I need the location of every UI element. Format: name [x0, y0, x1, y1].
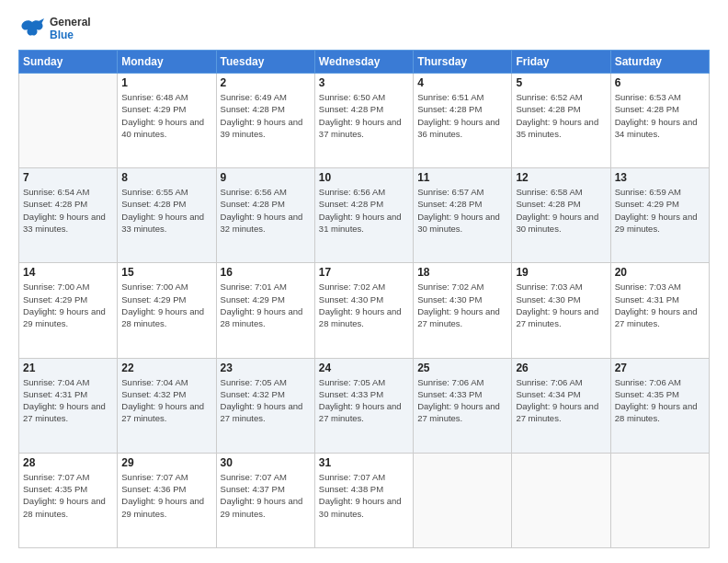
weekday-header: Friday — [512, 51, 610, 74]
calendar-day-cell: 21Sunrise: 7:04 AMSunset: 4:31 PMDayligh… — [19, 358, 118, 453]
calendar-day-cell: 15Sunrise: 7:00 AMSunset: 4:29 PMDayligh… — [118, 263, 216, 358]
calendar-day-cell: 29Sunrise: 7:07 AMSunset: 4:36 PMDayligh… — [118, 453, 216, 547]
day-info: Sunrise: 6:55 AMSunset: 4:28 PMDaylight:… — [121, 186, 211, 235]
day-number: 29 — [121, 456, 211, 469]
day-number: 12 — [516, 171, 606, 184]
calendar-day-cell: 20Sunrise: 7:03 AMSunset: 4:31 PMDayligh… — [610, 263, 709, 358]
day-number: 26 — [516, 362, 606, 374]
day-number: 6 — [615, 76, 705, 89]
day-info: Sunrise: 7:06 AMSunset: 4:34 PMDaylight:… — [516, 376, 606, 425]
day-info: Sunrise: 7:06 AMSunset: 4:33 PMDaylight:… — [417, 376, 507, 425]
calendar-table: SundayMondayTuesdayWednesdayThursdayFrid… — [18, 50, 710, 548]
calendar-day-cell: 25Sunrise: 7:06 AMSunset: 4:33 PMDayligh… — [414, 358, 512, 453]
calendar-day-cell: 19Sunrise: 7:03 AMSunset: 4:30 PMDayligh… — [512, 263, 610, 358]
day-info: Sunrise: 7:04 AMSunset: 4:31 PMDaylight:… — [23, 376, 113, 425]
calendar-day-cell: 2Sunrise: 6:49 AMSunset: 4:28 PMDaylight… — [216, 74, 314, 168]
day-number: 24 — [319, 362, 409, 374]
calendar-day-cell: 12Sunrise: 6:58 AMSunset: 4:28 PMDayligh… — [512, 168, 610, 263]
calendar-day-cell: 7Sunrise: 6:54 AMSunset: 4:28 PMDaylight… — [19, 168, 118, 263]
calendar-day-cell — [512, 453, 610, 547]
day-info: Sunrise: 6:56 AMSunset: 4:28 PMDaylight:… — [319, 186, 409, 235]
day-info: Sunrise: 6:51 AMSunset: 4:28 PMDaylight:… — [417, 91, 507, 140]
day-number: 7 — [23, 171, 113, 184]
weekday-header: Monday — [118, 51, 216, 74]
calendar-day-cell: 5Sunrise: 6:52 AMSunset: 4:28 PMDaylight… — [512, 74, 610, 168]
day-info: Sunrise: 7:05 AMSunset: 4:32 PMDaylight:… — [221, 376, 311, 425]
day-info: Sunrise: 7:01 AMSunset: 4:29 PMDaylight:… — [221, 281, 311, 329]
header: General Blue — [18, 15, 710, 42]
weekday-header: Thursday — [414, 51, 512, 74]
calendar-day-cell: 24Sunrise: 7:05 AMSunset: 4:33 PMDayligh… — [314, 358, 413, 453]
calendar-day-cell: 23Sunrise: 7:05 AMSunset: 4:32 PMDayligh… — [216, 358, 314, 453]
calendar-day-cell: 9Sunrise: 6:56 AMSunset: 4:28 PMDaylight… — [216, 168, 314, 263]
calendar-day-cell: 26Sunrise: 7:06 AMSunset: 4:34 PMDayligh… — [512, 358, 610, 453]
calendar-day-cell — [414, 453, 512, 547]
day-number: 28 — [23, 456, 113, 469]
calendar-day-cell: 8Sunrise: 6:55 AMSunset: 4:28 PMDaylight… — [118, 168, 216, 263]
calendar-day-cell: 1Sunrise: 6:48 AMSunset: 4:29 PMDaylight… — [118, 74, 216, 168]
day-number: 5 — [516, 76, 606, 89]
day-info: Sunrise: 7:00 AMSunset: 4:29 PMDaylight:… — [23, 281, 113, 329]
day-number: 30 — [221, 456, 311, 469]
logo-text: General Blue — [50, 16, 91, 42]
calendar-day-cell: 11Sunrise: 6:57 AMSunset: 4:28 PMDayligh… — [414, 168, 512, 263]
day-number: 1 — [121, 76, 211, 89]
calendar-day-cell: 28Sunrise: 7:07 AMSunset: 4:35 PMDayligh… — [19, 453, 118, 547]
day-number: 20 — [615, 266, 705, 279]
day-info: Sunrise: 6:54 AMSunset: 4:28 PMDaylight:… — [23, 186, 113, 235]
day-info: Sunrise: 6:52 AMSunset: 4:28 PMDaylight:… — [516, 91, 606, 140]
day-number: 31 — [319, 456, 409, 469]
day-number: 27 — [615, 362, 705, 374]
day-number: 18 — [417, 266, 507, 279]
calendar-header-row: SundayMondayTuesdayWednesdayThursdayFrid… — [19, 51, 710, 74]
calendar-week-row: 14Sunrise: 7:00 AMSunset: 4:29 PMDayligh… — [19, 263, 710, 358]
page: General Blue SundayMondayTuesdayWednesda… — [0, 0, 728, 563]
day-info: Sunrise: 7:06 AMSunset: 4:35 PMDaylight:… — [615, 376, 705, 425]
day-number: 19 — [516, 266, 606, 279]
day-info: Sunrise: 6:53 AMSunset: 4:28 PMDaylight:… — [615, 91, 705, 140]
day-number: 9 — [221, 171, 311, 184]
day-info: Sunrise: 7:02 AMSunset: 4:30 PMDaylight:… — [417, 281, 507, 329]
day-number: 23 — [221, 362, 311, 374]
day-info: Sunrise: 7:07 AMSunset: 4:38 PMDaylight:… — [319, 471, 409, 520]
calendar-day-cell: 6Sunrise: 6:53 AMSunset: 4:28 PMDaylight… — [610, 74, 709, 168]
day-info: Sunrise: 7:07 AMSunset: 4:37 PMDaylight:… — [221, 471, 311, 520]
weekday-header: Tuesday — [216, 51, 314, 74]
calendar-day-cell: 3Sunrise: 6:50 AMSunset: 4:28 PMDaylight… — [314, 74, 413, 168]
day-number: 14 — [23, 266, 113, 279]
weekday-header: Wednesday — [314, 51, 413, 74]
day-number: 10 — [319, 171, 409, 184]
day-number: 22 — [121, 362, 211, 374]
logo-container: General Blue — [18, 15, 91, 42]
day-number: 11 — [417, 171, 507, 184]
calendar-day-cell: 16Sunrise: 7:01 AMSunset: 4:29 PMDayligh… — [216, 263, 314, 358]
day-info: Sunrise: 6:59 AMSunset: 4:29 PMDaylight:… — [615, 186, 705, 235]
day-number: 13 — [615, 171, 705, 184]
day-info: Sunrise: 6:48 AMSunset: 4:29 PMDaylight:… — [121, 91, 211, 140]
day-info: Sunrise: 6:49 AMSunset: 4:28 PMDaylight:… — [221, 91, 311, 140]
logo: General Blue — [18, 15, 91, 42]
day-info: Sunrise: 7:07 AMSunset: 4:35 PMDaylight:… — [23, 471, 113, 520]
calendar-week-row: 28Sunrise: 7:07 AMSunset: 4:35 PMDayligh… — [19, 453, 710, 547]
calendar-day-cell — [610, 453, 709, 547]
logo-bird-icon — [18, 15, 46, 42]
day-info: Sunrise: 7:02 AMSunset: 4:30 PMDaylight:… — [319, 281, 409, 329]
day-info: Sunrise: 6:56 AMSunset: 4:28 PMDaylight:… — [221, 186, 311, 235]
day-number: 8 — [121, 171, 211, 184]
day-number: 16 — [221, 266, 311, 279]
day-info: Sunrise: 7:03 AMSunset: 4:31 PMDaylight:… — [615, 281, 705, 329]
calendar-day-cell: 27Sunrise: 7:06 AMSunset: 4:35 PMDayligh… — [610, 358, 709, 453]
calendar-week-row: 21Sunrise: 7:04 AMSunset: 4:31 PMDayligh… — [19, 358, 710, 453]
weekday-header: Sunday — [19, 51, 118, 74]
calendar-day-cell: 10Sunrise: 6:56 AMSunset: 4:28 PMDayligh… — [314, 168, 413, 263]
calendar-day-cell: 31Sunrise: 7:07 AMSunset: 4:38 PMDayligh… — [314, 453, 413, 547]
calendar-day-cell: 22Sunrise: 7:04 AMSunset: 4:32 PMDayligh… — [118, 358, 216, 453]
calendar-day-cell: 30Sunrise: 7:07 AMSunset: 4:37 PMDayligh… — [216, 453, 314, 547]
calendar-day-cell: 14Sunrise: 7:00 AMSunset: 4:29 PMDayligh… — [19, 263, 118, 358]
day-number: 2 — [221, 76, 311, 89]
day-info: Sunrise: 7:00 AMSunset: 4:29 PMDaylight:… — [121, 281, 211, 329]
day-info: Sunrise: 6:57 AMSunset: 4:28 PMDaylight:… — [417, 186, 507, 235]
day-info: Sunrise: 6:50 AMSunset: 4:28 PMDaylight:… — [319, 91, 409, 140]
day-number: 3 — [319, 76, 409, 89]
day-info: Sunrise: 7:05 AMSunset: 4:33 PMDaylight:… — [319, 376, 409, 425]
